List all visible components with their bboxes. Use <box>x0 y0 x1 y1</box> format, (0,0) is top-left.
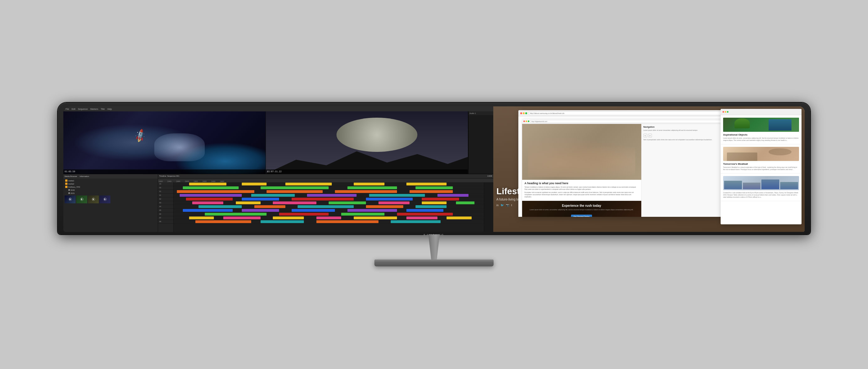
clip-a3-7[interactable] <box>456 201 474 204</box>
next-arrow-button[interactable]: > <box>648 134 652 137</box>
clip-v2-3[interactable] <box>347 187 397 189</box>
clip-a4-1[interactable] <box>198 205 242 208</box>
tree-item-5[interactable]: 2021 <box>64 192 157 195</box>
close-window-button[interactable] <box>520 112 522 114</box>
clip-v1-4[interactable] <box>409 190 453 193</box>
clip-a3-4[interactable] <box>329 201 366 204</box>
clip-v2-1[interactable] <box>183 187 239 189</box>
clip-v1-1[interactable] <box>177 190 254 193</box>
clip-a3-6[interactable] <box>422 201 446 204</box>
edit-menu[interactable]: Edit <box>70 108 76 110</box>
clip-a1-1[interactable] <box>180 194 242 197</box>
maximize-window-button[interactable] <box>525 112 527 114</box>
clip-a2-5[interactable] <box>422 198 459 200</box>
clip-a3-2[interactable] <box>236 201 260 204</box>
clip-a5-1[interactable] <box>183 209 232 212</box>
clip-a7-1[interactable] <box>189 217 214 219</box>
tree-item-4[interactable]: 2020 <box>64 189 157 192</box>
inner-minimize-button[interactable] <box>526 120 527 122</box>
inner-close-button[interactable] <box>523 120 525 122</box>
clip-a5-4[interactable] <box>347 209 397 212</box>
thumb-4[interactable] <box>99 196 111 203</box>
clip-a7-3[interactable] <box>273 217 304 219</box>
clip-a3-1[interactable] <box>192 201 223 204</box>
clip-v2-4[interactable] <box>415 187 453 189</box>
clip-a5-3[interactable] <box>291 209 335 212</box>
sequence-label: Sequence 001 <box>167 175 179 177</box>
timeline-scrollbar[interactable] <box>484 182 493 232</box>
file-menu[interactable]: File <box>65 108 70 110</box>
clip-v2-2[interactable] <box>260 187 329 189</box>
clip-a5-2[interactable] <box>242 209 279 212</box>
clip-v3-1[interactable] <box>189 182 226 186</box>
help-menu[interactable]: Help <box>106 108 113 110</box>
clip-a6-1[interactable] <box>205 213 267 216</box>
twitter-icon[interactable]: 🐦 <box>500 204 504 207</box>
clip-a6-2[interactable] <box>279 213 329 216</box>
clip-a8-2[interactable] <box>260 220 304 223</box>
clip-a4-5[interactable] <box>415 205 446 208</box>
clip-a8-3[interactable] <box>316 220 378 223</box>
clip-a8-1[interactable] <box>195 220 251 223</box>
inner-maximize-button[interactable] <box>528 120 529 122</box>
markers-menu[interactable]: Markers <box>89 108 99 110</box>
get-started-button[interactable]: Get Started Today <box>571 215 592 217</box>
clip-a8-4[interactable] <box>391 220 440 223</box>
clip-v3-4[interactable] <box>354 182 385 186</box>
clip-a2-2[interactable] <box>242 198 279 200</box>
clip-a7-4[interactable] <box>316 217 341 219</box>
clip-a4-4[interactable] <box>366 205 403 208</box>
prev-arrow-button[interactable]: < <box>644 134 647 137</box>
clip-a7-2[interactable] <box>223 217 260 219</box>
track-labels: V3 V2 V1 A1 A2 A3 A4 A5 A6 <box>158 182 174 232</box>
thumb-3[interactable] <box>88 196 99 203</box>
tree-label-5: 2021 <box>70 192 74 194</box>
clip-a2-4[interactable] <box>366 198 412 200</box>
clip-a2-1[interactable] <box>186 198 232 200</box>
thumb-1[interactable] <box>65 196 75 203</box>
minimize-window-button[interactable] <box>523 112 525 114</box>
instagram-icon[interactable]: 📷 <box>506 204 509 207</box>
tree-item-2[interactable]: media2 <box>64 182 157 186</box>
clip-a4-3[interactable] <box>298 205 353 208</box>
clip-v3-3[interactable] <box>285 182 332 186</box>
clip-a5-5[interactable] <box>406 209 444 212</box>
url-bar[interactable]: http://about.samsung.co.kr/about/main.do <box>528 111 741 115</box>
tree-item-1[interactable]: media1 <box>64 179 157 182</box>
folder-icon-4 <box>68 189 70 191</box>
thumb-2[interactable] <box>76 196 87 203</box>
clip-a6-4[interactable] <box>397 213 453 216</box>
mag-minimize-button[interactable] <box>725 111 726 113</box>
clip-a4-2[interactable] <box>254 205 285 208</box>
clip-v1-2[interactable] <box>267 190 322 193</box>
clip-a7-5[interactable] <box>354 217 397 219</box>
title-menu[interactable]: Title <box>100 108 106 110</box>
clip-v3-2[interactable] <box>242 182 267 186</box>
tumblr-icon[interactable]: t <box>511 204 512 207</box>
clip-a1-4[interactable] <box>369 194 425 197</box>
clip-a1-5[interactable] <box>437 194 468 197</box>
clip-a7-6[interactable] <box>406 217 437 219</box>
clip-a1-2[interactable] <box>251 194 295 197</box>
inner-browser-chrome: http://digitalsworld.com <box>522 119 739 124</box>
clip-v1-3[interactable] <box>335 190 397 193</box>
clip-a7-7[interactable] <box>446 217 471 219</box>
clip-a6-3[interactable] <box>341 213 385 216</box>
magazine-right-panel: Aspirational Objects Lorem ipsum dolor s… <box>721 109 802 224</box>
mag-close-button[interactable] <box>722 111 724 113</box>
clip-v3-5[interactable] <box>406 182 447 186</box>
sequence-menu[interactable]: Sequence <box>77 108 89 110</box>
clip-a3-5[interactable] <box>378 201 409 204</box>
inner-url-bar[interactable]: http://digitalsworld.com <box>530 120 738 123</box>
mag-maximize-button[interactable] <box>727 111 728 113</box>
tree-item-3[interactable]: OctDecs_YFD <box>64 186 157 189</box>
clip-a1-3[interactable] <box>307 194 356 197</box>
source-timecode: 01:05:59 <box>65 170 75 173</box>
clip-a3-3[interactable] <box>273 201 316 204</box>
clip-a2-3[interactable] <box>291 198 354 200</box>
audio-meters <box>468 115 493 174</box>
media-browser-tab[interactable]: Media Browser <box>65 175 77 177</box>
main-browser-window: http://about.samsung.co.kr/about/main.do <box>518 110 743 217</box>
info-tab[interactable]: Information <box>80 175 89 177</box>
linkedin-icon[interactable]: in <box>496 204 499 207</box>
